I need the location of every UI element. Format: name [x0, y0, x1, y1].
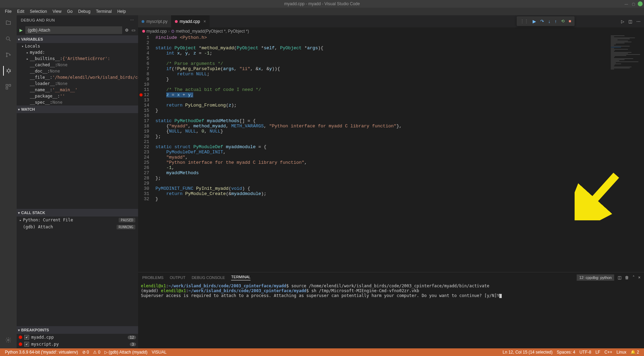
- cpp-file-icon: [142, 30, 145, 33]
- menu-go[interactable]: Go: [64, 8, 75, 15]
- window-title: myadd.cpp - myadd - Visual Studio Code: [284, 1, 360, 6]
- variable-row[interactable]: ▸__builtins__: {'ArithmeticError':: [17, 56, 138, 62]
- settings-gear-icon[interactable]: [3, 335, 13, 345]
- svg-rect-6: [9, 84, 11, 86]
- svg-point-2: [6, 56, 7, 57]
- code-editor[interactable]: 1#include <Python.h>23static PyObject *m…: [138, 35, 644, 272]
- editor-more-icon[interactable]: ⋯: [636, 19, 641, 24]
- run-icon[interactable]: ▷: [621, 19, 624, 24]
- panel-close-icon[interactable]: ×: [638, 275, 641, 280]
- drag-handle-icon[interactable]: ⋮⋮: [520, 19, 528, 24]
- status-indent[interactable]: Spaces: 4: [555, 350, 577, 355]
- variable-row[interactable]: ▸__name__: '__main__': [17, 87, 138, 93]
- terminal[interactable]: elendil@x1:~/work/island_birds/code/2003…: [138, 283, 644, 348]
- panel-up-icon[interactable]: ˄: [633, 275, 635, 280]
- svg-rect-5: [6, 84, 8, 86]
- restart-icon[interactable]: ⟲: [561, 19, 565, 24]
- panel-tab-terminal[interactable]: TERMINAL: [231, 275, 251, 280]
- status-python[interactable]: Python 3.6.9 64-bit ('myadd': virtualenv…: [3, 350, 80, 355]
- svg-rect-7: [6, 87, 8, 89]
- callstack-section-header[interactable]: ▾CALL STACK: [17, 209, 138, 217]
- status-warnings[interactable]: ⚠ 0: [91, 350, 102, 355]
- status-bar: Python 3.6.9 64-bit ('myadd': virtualenv…: [0, 348, 644, 356]
- menu-selection[interactable]: Selection: [27, 8, 50, 15]
- panel-tab-output[interactable]: OUTPUT: [170, 276, 185, 280]
- titlebar: myadd.cpp - myadd - Visual Studio Code —…: [0, 0, 644, 8]
- status-cursor-pos[interactable]: Ln 12, Col 15 (14 selected): [500, 350, 554, 355]
- svg-point-8: [8, 339, 9, 341]
- breakpoint-item[interactable]: ✔myscript.py3: [17, 341, 138, 348]
- status-language[interactable]: C++: [602, 350, 615, 355]
- activity-bar: [0, 15, 17, 348]
- step-out-icon[interactable]: ↑: [554, 19, 557, 24]
- status-errors[interactable]: ⊘ 0: [80, 350, 91, 355]
- variable-row[interactable]: ▸__package__: '': [17, 93, 138, 99]
- callstack-item[interactable]: ▸(gdb) AttachRUNNING: [17, 223, 138, 230]
- step-over-icon[interactable]: ↷: [540, 19, 544, 24]
- terminal-cursor: [499, 294, 502, 298]
- variables-section-header[interactable]: ▾VARIABLES: [17, 35, 138, 43]
- kill-terminal-icon[interactable]: 🗑: [625, 275, 629, 280]
- variable-row[interactable]: ▸__doc__: None: [17, 68, 138, 74]
- variable-row[interactable]: ▸__cached__: None: [17, 62, 138, 68]
- panel-tab-debugconsole[interactable]: DEBUG CONSOLE: [192, 276, 225, 280]
- explorer-icon[interactable]: [3, 18, 13, 28]
- debug-settings-icon[interactable]: ⚙: [125, 28, 129, 33]
- variable-row[interactable]: ▸myadd:: [17, 49, 138, 56]
- menubar: File Edit Selection View Go Debug Termin…: [0, 8, 644, 15]
- menu-view[interactable]: View: [50, 8, 64, 15]
- tab-myadd[interactable]: myadd.cpp ×: [171, 15, 210, 27]
- menu-help[interactable]: Help: [115, 8, 129, 15]
- step-into-icon[interactable]: ↓: [548, 19, 551, 24]
- status-debug-target[interactable]: ▷ (gdb) Attach (myadd): [102, 350, 150, 355]
- variable-row[interactable]: ▸__file__: '/home/elendil/work/island_bi…: [17, 74, 138, 80]
- svg-point-0: [6, 37, 9, 40]
- breadcrumb[interactable]: myadd.cpp › ⊙ method_myadd(PyObject *, P…: [138, 27, 644, 35]
- editor-area: myscript.py myadd.cpp × ⋮⋮ ▶ ↷ ↓ ↑ ⟲ ■ ▷…: [138, 15, 644, 348]
- close-tab-icon[interactable]: ×: [203, 19, 206, 24]
- sidebar-more-icon[interactable]: ⋯: [130, 18, 134, 23]
- sidebar-title: DEBUG AND RUN: [21, 18, 55, 22]
- status-os[interactable]: Linux: [615, 350, 629, 355]
- debug-icon[interactable]: [3, 66, 13, 76]
- menu-terminal[interactable]: Terminal: [93, 8, 115, 15]
- split-terminal-icon[interactable]: ◫: [618, 275, 621, 280]
- locals-scope[interactable]: ▾Locals: [17, 43, 138, 49]
- close-icon[interactable]: [638, 1, 643, 6]
- stop-icon[interactable]: ■: [569, 19, 571, 24]
- menu-edit[interactable]: Edit: [14, 8, 27, 15]
- menu-debug[interactable]: Debug: [75, 8, 93, 15]
- debug-config-select[interactable]: (gdb) Attach: [25, 26, 122, 34]
- svg-point-4: [7, 69, 10, 72]
- bottom-panel: PROBLEMS OUTPUT DEBUG CONSOLE TERMINAL 1…: [138, 272, 644, 348]
- terminal-select[interactable]: 12: cppdbg: python: [577, 274, 614, 281]
- callstack-item[interactable]: ▸Python: Current FilePAUSED: [17, 217, 138, 223]
- tab-myscript[interactable]: myscript.py: [138, 15, 171, 27]
- start-debug-icon[interactable]: ▶: [19, 28, 23, 33]
- breakpoint-item[interactable]: ✔myadd.cpp12: [17, 334, 138, 341]
- menu-file[interactable]: File: [2, 8, 14, 15]
- status-vim-mode: VISUAL: [150, 350, 169, 355]
- cpp-file-icon: [175, 20, 178, 23]
- status-eol[interactable]: LF: [593, 350, 602, 355]
- svg-point-1: [6, 53, 7, 54]
- watch-section-header[interactable]: ▾WATCH: [17, 105, 138, 113]
- maximize-icon[interactable]: ▢: [631, 1, 636, 6]
- debug-console-toggle-icon[interactable]: ▭: [132, 28, 135, 33]
- variable-row[interactable]: ▸__spec__: None: [17, 99, 138, 105]
- variable-row[interactable]: ▸__loader__: None: [17, 80, 138, 87]
- extensions-icon[interactable]: [3, 82, 13, 92]
- split-editor-icon[interactable]: ◫: [628, 19, 632, 24]
- status-notifications[interactable]: 🔔 2: [628, 350, 641, 355]
- minimap[interactable]: [609, 35, 644, 139]
- search-icon[interactable]: [3, 34, 13, 44]
- status-encoding[interactable]: UTF-8: [577, 350, 593, 355]
- scm-icon[interactable]: [3, 50, 13, 60]
- breakpoints-section-header[interactable]: ▾BREAKPOINTS: [17, 326, 138, 334]
- continue-icon[interactable]: ▶: [533, 19, 536, 24]
- svg-point-3: [9, 54, 10, 56]
- python-file-icon: [142, 20, 144, 23]
- minimize-icon[interactable]: —: [624, 1, 629, 6]
- panel-tab-problems[interactable]: PROBLEMS: [142, 276, 163, 280]
- debug-toolbar-floating[interactable]: ⋮⋮ ▶ ↷ ↓ ↑ ⟲ ■: [517, 16, 575, 26]
